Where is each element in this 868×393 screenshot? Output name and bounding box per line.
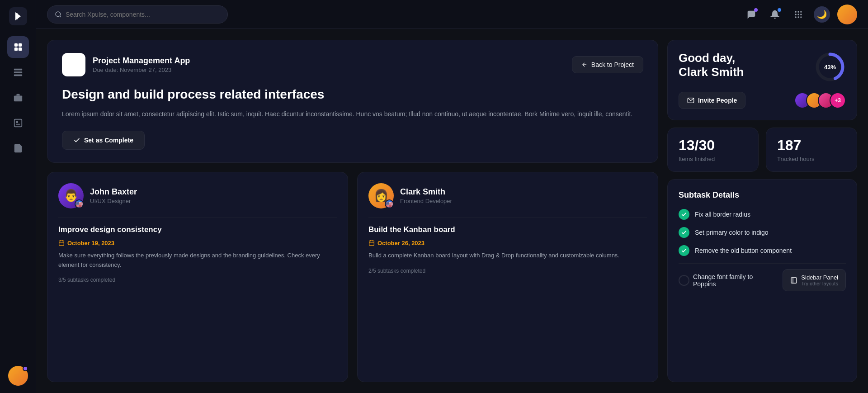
progress-label: 43% (824, 64, 836, 71)
member-role-clark: Frontend Developer (400, 198, 452, 204)
member-role-john: UI/UX Designer (90, 198, 137, 204)
sidebar-item-briefcase[interactable] (7, 87, 29, 109)
svg-rect-4 (18, 47, 21, 51)
svg-rect-3 (14, 47, 17, 51)
tracked-hours-value: 187 (777, 137, 846, 154)
sidebar-panel-sublabel: Try other layouts (801, 281, 838, 286)
task-title: Design and build process related interfa… (62, 87, 643, 102)
svg-point-22 (800, 16, 802, 18)
svg-point-16 (800, 11, 802, 12)
avatar-stack-extra: +3 (830, 92, 846, 109)
john-task-date: October 19, 2023 (58, 240, 337, 246)
flag-badge-john: 🇺🇸 (75, 199, 84, 208)
john-task-detail: Make sure everything follows the previou… (58, 251, 337, 270)
user-avatar-topbar[interactable] (837, 5, 857, 24)
flag-badge-clark: 🇺🇸 (385, 199, 394, 208)
calendar-icon-2 (368, 240, 375, 246)
main-content: 🌙 🖥 Project Management App Due date: Nov… (36, 0, 868, 393)
avatar-clark: 👩 🇺🇸 (368, 183, 394, 208)
svg-rect-7 (14, 75, 22, 76)
topbar-right: 🌙 (743, 5, 857, 24)
change-font-item: Change font family to Poppins (679, 273, 777, 288)
project-header: 🖥 Project Management App Due date: Novem… (62, 53, 643, 76)
team-member-john: 👨 🇺🇸 John Baxter UI/UX Designer (58, 183, 337, 208)
apps-icon-button[interactable] (790, 6, 807, 23)
clark-task-detail: Build a complete Kanban board layout wit… (368, 251, 647, 260)
team-member-clark: 👩 🇺🇸 Clark Smith Frontend Developer (368, 183, 647, 208)
subtask-text-3: Remove the old button component (695, 247, 792, 254)
svg-rect-2 (18, 43, 21, 47)
search-input[interactable] (66, 11, 220, 18)
subtask-text-2: Set primary color to indigo (695, 229, 769, 236)
topbar: 🌙 (36, 0, 868, 29)
calendar-icon (58, 240, 65, 246)
subtask-check-1 (679, 209, 689, 220)
search-icon (55, 11, 62, 18)
svg-rect-5 (14, 69, 22, 71)
avatar-john: 👨 🇺🇸 (58, 183, 84, 208)
project-name: Project Management App (93, 56, 190, 66)
svg-rect-0 (17, 13, 18, 19)
right-sidebar: Good day, Clark Smith 43% (667, 40, 857, 382)
divider-2 (368, 218, 647, 218)
invite-people-button[interactable]: Invite People (679, 92, 745, 109)
subtask-item-2: Set primary color to indigo (679, 227, 846, 238)
svg-rect-9 (14, 119, 22, 127)
subtask-text-4: Change font family to Poppins (693, 273, 777, 288)
svg-rect-10 (16, 121, 18, 123)
svg-rect-24 (59, 241, 64, 246)
app-logo[interactable] (9, 7, 27, 25)
subtask-details-title: Subtask Details (679, 190, 846, 200)
svg-rect-8 (14, 95, 22, 101)
team-card-john: 👨 🇺🇸 John Baxter UI/UX Designer Improve … (47, 172, 348, 382)
arrow-left-icon (581, 62, 588, 68)
tracked-hours-card: 187 Tracked hours (766, 128, 857, 172)
member-name-john: John Baxter (90, 187, 137, 197)
items-finished-card: 13/30 Items finished (667, 128, 759, 172)
check-icon (73, 137, 80, 144)
invite-row: Invite People +3 (679, 92, 846, 109)
subtask-bottom-row: Change font family to Poppins Sidebar Pa… (679, 263, 846, 291)
sidebar-item-grid[interactable] (7, 62, 29, 83)
team-cards-row: 👨 🇺🇸 John Baxter UI/UX Designer Improve … (47, 172, 658, 382)
content-main-column: 🖥 Project Management App Due date: Novem… (47, 40, 658, 382)
svg-point-15 (797, 11, 799, 12)
theme-toggle-button[interactable]: 🌙 (814, 6, 830, 23)
chat-icon-button[interactable] (743, 6, 760, 23)
layout-icon (790, 277, 797, 284)
svg-point-14 (795, 11, 797, 12)
clark-task-date: October 26, 2023 (368, 240, 647, 246)
sidebar-panel-button[interactable]: Sidebar Panel Try other layouts (783, 269, 846, 291)
svg-point-17 (795, 14, 797, 15)
set-complete-button[interactable]: Set as Complete (62, 131, 145, 150)
member-name-clark: Clark Smith (400, 187, 452, 197)
subtask-text-1: Fix all border radius (695, 211, 750, 218)
svg-point-21 (797, 16, 799, 18)
search-box[interactable] (47, 5, 228, 24)
clark-subtasks-count: 2/5 subtasks completed (368, 268, 647, 274)
subtask-empty-4 (679, 275, 689, 286)
svg-rect-11 (16, 124, 20, 125)
subtask-item-3: Remove the old button component (679, 245, 846, 256)
metrics-row: 13/30 Items finished 187 Tracked hours (667, 128, 857, 172)
project-card: 🖥 Project Management App Due date: Novem… (47, 40, 658, 163)
greeting-text: Good day, Clark Smith (679, 51, 744, 79)
project-due-date: Due date: November 27, 2023 (93, 66, 190, 73)
task-description: Lorem ipsum dolor sit amet, consectetur … (62, 109, 643, 120)
subtask-check-2 (679, 227, 689, 238)
svg-point-20 (795, 16, 797, 18)
sidebar-item-wireframe[interactable] (7, 112, 29, 134)
content-area: 🖥 Project Management App Due date: Novem… (36, 29, 868, 393)
subtask-check-3 (679, 245, 689, 256)
sidebar-item-notes[interactable] (7, 137, 29, 159)
back-to-project-button[interactable]: Back to Project (572, 56, 643, 73)
greeting-top: Good day, Clark Smith 43% (679, 51, 846, 83)
chat-notification-dot (754, 8, 758, 12)
divider (58, 218, 337, 218)
svg-point-19 (800, 14, 802, 15)
sidebar-item-dashboard[interactable] (7, 36, 29, 58)
team-card-clark: 👩 🇺🇸 Clark Smith Frontend Developer Buil… (357, 172, 658, 382)
mail-icon (687, 97, 694, 104)
bell-icon-button[interactable] (767, 6, 783, 23)
user-avatar-sidebar[interactable] (8, 366, 28, 386)
